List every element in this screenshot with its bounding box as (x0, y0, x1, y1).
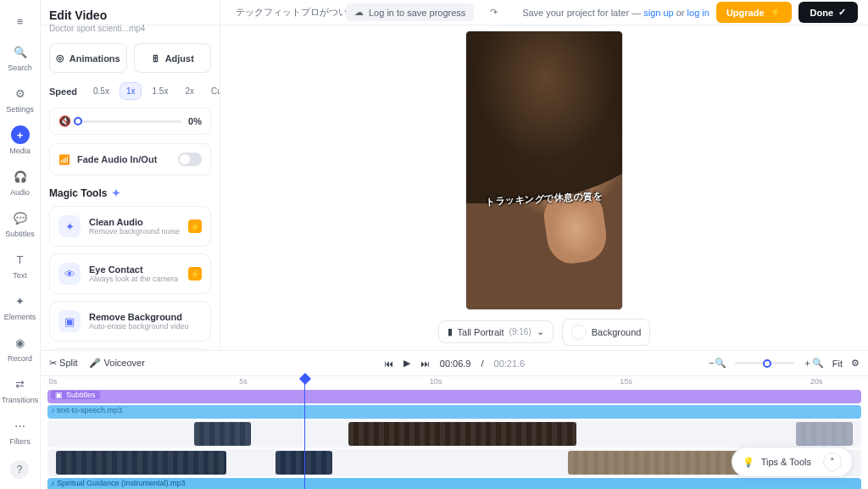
time-total: 00:21.6 (494, 358, 526, 369)
upgrade-button[interactable]: Upgrade⚡ (716, 2, 792, 23)
sidebar-label: Search (8, 64, 32, 72)
sidebar-item-transitions[interactable]: ⇄Transitions (0, 370, 40, 409)
chevron-up-icon: ˄ (823, 453, 842, 471)
fade-toggle[interactable] (178, 153, 202, 166)
volume-row: 🔇 0% (49, 108, 211, 135)
mute-icon[interactable]: 🔇 (58, 115, 71, 127)
speed-2x[interactable]: 2x (179, 83, 200, 99)
save-hint: Save your project for later — sign up or… (522, 8, 709, 18)
track-subtitles[interactable]: ▣ Subtitles (47, 390, 861, 403)
sidebar-label: Subtitles (5, 230, 35, 238)
text-icon: T (11, 250, 30, 269)
tab-adjust[interactable]: 🎚Adjust (134, 43, 212, 73)
magic-clean-audio[interactable]: ✦ Clean AudioRemove background noise ⚡ (49, 206, 211, 247)
music-chip: ♪ Spiritual Guidance (Instrumental).mp3 (51, 479, 186, 487)
filters-icon: ⋯ (11, 416, 30, 435)
voiceover-button[interactable]: 🎤 Voiceover (89, 358, 144, 369)
play-button[interactable]: ▶ (403, 358, 410, 369)
sidebar-item-media[interactable]: +Media (0, 120, 40, 160)
background-selector[interactable]: Background (562, 319, 651, 346)
login-save-pill[interactable]: ☁Log in to save progress (346, 3, 474, 21)
speed-0-5x[interactable]: 0.5x (87, 83, 115, 99)
rewind-button[interactable]: ⏮ (384, 358, 393, 369)
playhead[interactable] (304, 376, 305, 489)
fade-row: 📶 Fade Audio In/Out (49, 143, 211, 175)
forward-button[interactable]: ⏭ (420, 358, 430, 369)
track-video-1[interactable] (47, 420, 861, 447)
track-music[interactable]: ♪ Spiritual Guidance (Instrumental).mp3 (47, 478, 861, 489)
subtitles-icon: 💬 (11, 208, 30, 227)
premium-badge: ⚡ (188, 219, 202, 233)
volume-slider[interactable] (78, 120, 181, 123)
bolt-icon: ⚡ (770, 7, 782, 18)
magic-eye-contact[interactable]: 👁 Eye ContactAlways look at the camera ⚡ (49, 253, 211, 294)
split-button[interactable]: ✂ Split (49, 358, 77, 369)
signup-link[interactable]: sign up (643, 8, 673, 18)
speed-custom[interactable]: Custom (205, 83, 220, 99)
remove-bg-icon: ▣ (58, 310, 81, 332)
sidebar-item-search[interactable]: 🔍Search (0, 37, 40, 77)
zoom-fit-button[interactable]: Fit (832, 358, 843, 369)
clip[interactable] (56, 451, 227, 475)
sparkle-icon: ✦ (112, 187, 120, 199)
chevron-down-icon: ⌄ (537, 326, 544, 337)
aspect-selector[interactable]: ▮Tall Portrait(9:16)⌄ (438, 320, 554, 343)
headphones-icon: 🎧 (11, 167, 30, 186)
sidebar-item-subtitles[interactable]: 💬Subtitles (0, 203, 40, 243)
transitions-icon: ⇄ (11, 375, 30, 393)
sidebar-item-audio[interactable]: 🎧Audio (0, 162, 40, 202)
tts-chip: ♪ text-to-speech.mp3 (51, 406, 122, 414)
zoom-out-button[interactable]: −🔍 (709, 358, 726, 369)
sidebar-label: Settings (6, 105, 34, 114)
sidebar-item-text[interactable]: TText (0, 245, 40, 285)
tips-tools-button[interactable]: 💡 Tips & Tools ˄ (732, 447, 853, 477)
timeline-settings-button[interactable]: ⚙ (851, 358, 860, 369)
panel-filename: Doctor sport scienti...mp4 (49, 24, 211, 33)
premium-badge: ⚡ (188, 267, 202, 281)
speed-1-5x[interactable]: 1.5x (146, 83, 174, 99)
fade-icon: 📶 (58, 154, 70, 165)
sidebar-item-record[interactable]: ◉Record (0, 328, 40, 368)
sidebar-label: Transitions (2, 396, 39, 404)
menu-icon[interactable]: ≡ (0, 7, 40, 36)
magic-remove-bg[interactable]: ▣ Remove BackgroundAuto-erase background… (49, 301, 211, 342)
login-link[interactable]: log in (687, 8, 709, 18)
sidebar-label: Audio (10, 188, 30, 197)
sidebar-label: Elements (4, 313, 36, 321)
done-button[interactable]: Done✓ (798, 2, 859, 23)
search-icon: 🔍 (11, 42, 30, 61)
timeline-ruler: 0s 5s 10s 15s 20s (41, 376, 868, 388)
zoom-slider[interactable] (735, 362, 794, 364)
video-preview[interactable]: トラッキングで休息の質を (465, 31, 623, 310)
track-tts-audio[interactable]: ♪ text-to-speech.mp3 (47, 405, 861, 419)
clip[interactable] (796, 422, 853, 446)
panel-title: Edit Video (49, 8, 211, 22)
bg-color-swatch (571, 325, 587, 340)
time-current: 00:06.9 (440, 358, 471, 369)
tab-animations[interactable]: ◎Animations (49, 43, 127, 73)
edit-panel: Edit Video Doctor sport scienti...mp4 ◎A… (41, 0, 220, 350)
cloud-icon: ☁ (354, 7, 364, 18)
clean-audio-icon: ✦ (58, 215, 81, 237)
volume-value: 0% (188, 116, 202, 126)
check-icon: ✓ (838, 7, 846, 18)
sidebar-item-elements[interactable]: ✦Elements (0, 286, 40, 326)
redo-button[interactable]: ↷ (485, 4, 502, 21)
sidebar-label: Filters (9, 437, 31, 446)
time-sep: / (481, 358, 483, 369)
portrait-icon: ▮ (448, 326, 453, 337)
clip[interactable] (348, 422, 576, 446)
sidebar-label: Text (13, 271, 27, 280)
clip[interactable] (194, 422, 251, 446)
plus-icon: + (11, 125, 30, 144)
speed-label: Speed (49, 86, 77, 97)
sidebar-item-filters[interactable]: ⋯Filters (0, 411, 40, 451)
timeline-toolbar: ✂ Split 🎤 Voiceover ⏮ ▶ ⏭ 00:06.9 / 00:2… (41, 350, 868, 375)
zoom-in-button[interactable]: ＋🔍 (803, 357, 824, 370)
sidebar-item-settings[interactable]: ⚙Settings (0, 79, 40, 119)
gear-icon: ⚙ (11, 84, 30, 103)
canvas-area: トラッキングで休息の質を ▮Tall Portrait(9:16)⌄ Backg… (220, 25, 868, 350)
record-icon: ◉ (11, 333, 30, 352)
speed-1x[interactable]: 1x (120, 83, 142, 99)
help-button[interactable]: ? (10, 460, 29, 479)
